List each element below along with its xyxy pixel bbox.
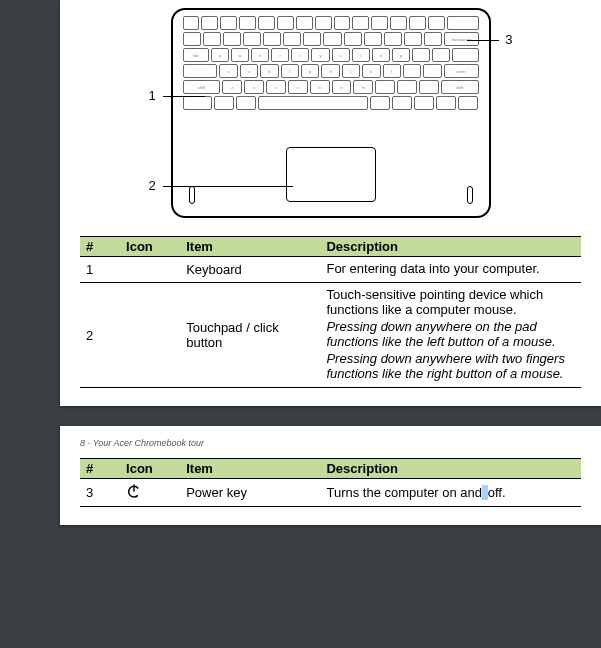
touchpad-outline [286,147,376,202]
th-icon: Icon [120,237,180,257]
table-row: 2 Touchpad / click button Touch-sensitiv… [80,283,581,388]
th-number: # [80,237,120,257]
desc-text: Touch-sensitive pointing device which fu… [326,287,575,317]
th-item: Item [180,237,320,257]
speaker-right [467,186,473,204]
cell-number: 2 [80,283,120,388]
cell-item: Touchpad / click button [180,283,320,388]
callout-1: 1 [149,88,156,103]
speaker-left [189,186,195,204]
desc-text-italic: Pressing down anywhere with two fingers … [326,351,575,381]
desc-text: For entering data into your computer. [326,261,575,276]
desc-text-italic: Pressing down anywhere on the pad functi… [326,319,575,349]
th-icon: Icon [120,459,180,479]
power-icon [126,483,142,499]
th-description: Description [320,237,581,257]
cell-number: 1 [80,257,120,283]
desc-text-pre: Turns the computer on and [326,485,482,500]
cell-item: Keyboard [180,257,320,283]
table-row: 3 Power key Turns the computer on and of… [80,479,581,507]
table-header-row: # Icon Item Description [80,459,581,479]
page-header: 8 - Your Acer Chromebook tour [80,438,581,448]
callout-3: 3 [505,32,512,47]
keyboard-rows: backspace tabqwertyuiop asdfghjklenter s… [183,16,479,124]
parts-table-2: # Icon Item Description 3 Power key Turn… [80,458,581,507]
cell-icon [120,283,180,388]
cell-icon [120,257,180,283]
keyboard-illustration: backspace tabqwertyuiop asdfghjklenter s… [171,8,491,218]
page-1: backspace tabqwertyuiop asdfghjklenter s… [60,0,601,406]
parts-table-1: # Icon Item Description 1 Keyboard For e… [80,236,581,388]
cell-description: Touch-sensitive pointing device which fu… [320,283,581,388]
cell-item: Power key [180,479,320,507]
cell-number: 3 [80,479,120,507]
table-header-row: # Icon Item Description [80,237,581,257]
th-description: Description [320,459,581,479]
th-item: Item [180,459,320,479]
table-row: 1 Keyboard For entering data into your c… [80,257,581,283]
cell-description: Turns the computer on and off. [320,479,581,507]
callout-2: 2 [149,178,156,193]
th-number: # [80,459,120,479]
desc-text-post: off. [488,485,506,500]
cell-icon [120,479,180,507]
page-2: 8 - Your Acer Chromebook tour # Icon Ite… [60,426,601,525]
cell-description: For entering data into your computer. [320,257,581,283]
